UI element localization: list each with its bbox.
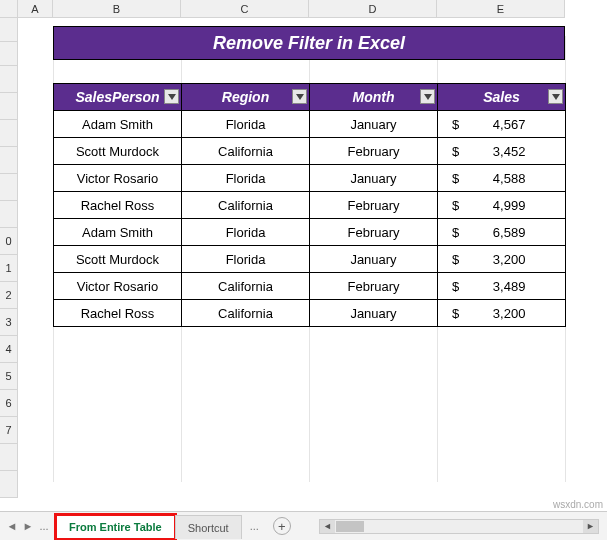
header-month[interactable]: Month [310,84,438,111]
cell-salesperson[interactable]: Victor Rosario [54,165,182,192]
row-head[interactable] [0,147,18,174]
cell-sales[interactable]: $4,567 [438,111,566,138]
cell-salesperson[interactable]: Adam Smith [54,111,182,138]
worksheet-grid[interactable]: Remove Filter in Excel SalesPerson Regio… [18,18,607,511]
row-head[interactable] [0,66,18,93]
cell-region[interactable]: Florida [182,165,310,192]
row-head[interactable] [0,120,18,147]
row-head[interactable]: 4 [0,336,18,363]
row-head[interactable]: 6 [0,390,18,417]
row-head[interactable]: 7 [0,417,18,444]
sheet-tab-active[interactable]: From Entire Table [56,515,175,539]
cell-salesperson[interactable]: Rachel Ross [54,300,182,327]
cell-sales[interactable]: $4,588 [438,165,566,192]
row-head[interactable] [0,471,18,498]
cell-month[interactable]: February [310,138,438,165]
header-label: Month [353,89,395,105]
cell-sales[interactable]: $3,200 [438,246,566,273]
cell-region[interactable]: Florida [182,246,310,273]
table-row: Rachel RossCaliforniaFebruary$4,999 [54,192,566,219]
col-head-a[interactable]: A [18,0,53,18]
cell-salesperson[interactable]: Scott Murdock [54,246,182,273]
watermark: wsxdn.com [553,499,603,510]
header-label: Sales [483,89,520,105]
filter-button[interactable] [164,89,179,104]
scroll-right-icon[interactable]: ► [583,520,598,533]
row-head[interactable] [0,444,18,471]
row-head[interactable]: 0 [0,228,18,255]
tab-nav-more[interactable]: ... [38,520,50,532]
cell-month[interactable]: February [310,219,438,246]
new-sheet-button[interactable]: + [273,517,291,535]
select-all-cell[interactable] [0,0,18,18]
tab-nav-next-icon[interactable]: ► [22,520,34,532]
header-label: SalesPerson [75,89,159,105]
col-head-b[interactable]: B [53,0,181,18]
column-headers: A B C D E [18,0,565,18]
row-head[interactable] [0,93,18,120]
cell-sales[interactable]: $3,489 [438,273,566,300]
cell-region[interactable]: California [182,192,310,219]
cell-month[interactable]: February [310,273,438,300]
table-row: Rachel RossCaliforniaJanuary$3,200 [54,300,566,327]
sheet-tab-bar: ◄ ► ... From Entire Table Shortcut ... +… [0,511,607,540]
row-head[interactable]: 2 [0,282,18,309]
col-head-e[interactable]: E [437,0,565,18]
row-head[interactable] [0,174,18,201]
cell-month[interactable]: January [310,300,438,327]
header-label: Region [222,89,269,105]
table-row: Adam SmithFloridaFebruary$6,589 [54,219,566,246]
cell-month[interactable]: February [310,192,438,219]
title-banner: Remove Filter in Excel [53,26,565,60]
header-region[interactable]: Region [182,84,310,111]
cell-salesperson[interactable]: Adam Smith [54,219,182,246]
cell-month[interactable]: January [310,111,438,138]
table-row: Victor RosarioCaliforniaFebruary$3,489 [54,273,566,300]
header-sales[interactable]: Sales [438,84,566,111]
cell-region[interactable]: California [182,300,310,327]
cell-region[interactable]: California [182,138,310,165]
scroll-thumb[interactable] [336,521,364,532]
row-head[interactable]: 5 [0,363,18,390]
cell-region[interactable]: California [182,273,310,300]
table-row: Adam SmithFloridaJanuary$4,567 [54,111,566,138]
cell-salesperson[interactable]: Victor Rosario [54,273,182,300]
tab-nav-prev-icon[interactable]: ◄ [6,520,18,532]
cell-sales[interactable]: $3,452 [438,138,566,165]
tab-overflow[interactable]: ... [242,520,267,532]
cell-sales[interactable]: $4,999 [438,192,566,219]
row-head[interactable]: 1 [0,255,18,282]
cell-sales[interactable]: $3,200 [438,300,566,327]
row-head[interactable] [0,42,18,66]
sheet-tab-shortcut[interactable]: Shortcut [175,515,242,539]
col-head-d[interactable]: D [309,0,437,18]
row-head[interactable]: 3 [0,309,18,336]
row-header-gutter: 01234567 [0,0,18,498]
row-head[interactable] [0,201,18,228]
cell-salesperson[interactable]: Scott Murdock [54,138,182,165]
cell-region[interactable]: Florida [182,111,310,138]
cell-sales[interactable]: $6,589 [438,219,566,246]
tab-nav-buttons: ◄ ► ... [0,520,56,532]
table-row: Victor RosarioFloridaJanuary$4,588 [54,165,566,192]
scroll-left-icon[interactable]: ◄ [320,520,335,533]
col-head-c[interactable]: C [181,0,309,18]
filter-button[interactable] [292,89,307,104]
filter-button[interactable] [548,89,563,104]
header-salesperson[interactable]: SalesPerson [54,84,182,111]
cell-salesperson[interactable]: Rachel Ross [54,192,182,219]
table-row: Scott MurdockCaliforniaFebruary$3,452 [54,138,566,165]
row-head[interactable] [0,18,18,42]
horizontal-scrollbar[interactable]: ◄ ► [319,519,599,534]
filter-button[interactable] [420,89,435,104]
cell-region[interactable]: Florida [182,219,310,246]
table-header-row: SalesPerson Region Month Sales [54,84,566,111]
cell-month[interactable]: January [310,165,438,192]
table-row: Scott MurdockFloridaJanuary$3,200 [54,246,566,273]
data-table: SalesPerson Region Month Sales Adam Smit… [53,83,566,327]
cell-month[interactable]: January [310,246,438,273]
